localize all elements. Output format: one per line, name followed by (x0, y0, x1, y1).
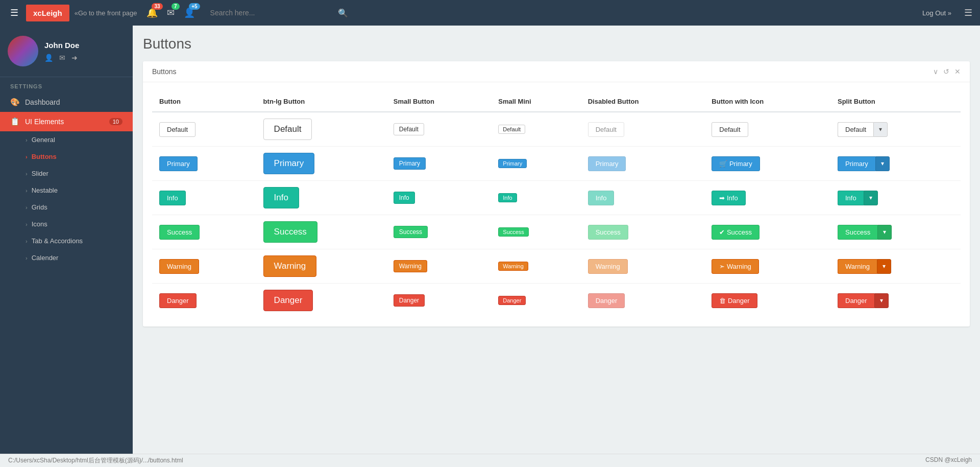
cell-default-mini: Default (491, 112, 580, 147)
notification-icon-wrap[interactable]: 🔔 33 (146, 7, 158, 18)
btn-default-split-main[interactable]: Default (838, 122, 873, 137)
logout-button[interactable]: Log Out (922, 9, 951, 17)
search-button[interactable]: 🔍 (338, 8, 348, 18)
cell-danger-mini: Danger (491, 284, 580, 318)
btn-danger-mini[interactable]: Danger (498, 296, 526, 305)
btn-info[interactable]: Info (159, 191, 186, 205)
sidebar-item-general[interactable]: › General (10, 131, 133, 148)
btn-warning-lg[interactable]: Warning (263, 255, 317, 277)
chevron-right-icon-tab: › (26, 238, 28, 244)
btn-success-sm[interactable]: Success (394, 226, 428, 238)
btn-info-icon[interactable]: ➡ Info (712, 191, 745, 205)
close-icon[interactable]: ✕ (954, 67, 961, 76)
btn-warning-icon[interactable]: ➣ Warning (712, 259, 759, 274)
btn-primary-split-caret[interactable]: ▾ (875, 156, 890, 171)
card-header-actions: ∨ ↺ ✕ (933, 67, 961, 76)
btn-info-lg[interactable]: Info (263, 187, 299, 208)
collapse-icon[interactable]: ∨ (933, 67, 938, 76)
card-body: Button btn-lg Button Small Button Small … (143, 82, 970, 326)
btn-default-sm[interactable]: Default (394, 123, 424, 135)
email-icon-wrap[interactable]: ✉ 7 (167, 7, 175, 18)
btn-primary-sm[interactable]: Primary (394, 157, 426, 170)
user-profile-icon[interactable]: 👤 (44, 54, 53, 62)
user-logout-icon[interactable]: ➜ (71, 54, 78, 62)
chevron-right-icon: › (26, 137, 28, 143)
btn-warning-sm[interactable]: Warning (394, 260, 427, 272)
btn-info-mini[interactable]: Info (498, 193, 517, 202)
col-header-split: Split Button (830, 91, 961, 112)
sidebar-submenu: › General › Buttons › Slider › Nestable … (0, 131, 133, 266)
btn-default-icon[interactable]: Default (712, 122, 748, 137)
sidebar-item-ui-elements[interactable]: 📋 UI Elements 10 (0, 112, 133, 131)
sidebar-item-icons[interactable]: › Icons (10, 216, 133, 232)
btn-danger-split-caret[interactable]: ▾ (874, 293, 889, 308)
btn-info-split-caret[interactable]: ▾ (864, 191, 878, 205)
sidebar-item-nestable[interactable]: › Nestable (10, 182, 133, 199)
sidebar-label-general: General (32, 136, 55, 144)
btn-warning[interactable]: Warning (159, 259, 199, 274)
cell-success-mini: Success (491, 215, 580, 249)
user-email-icon[interactable]: ✉ (59, 54, 65, 62)
btn-success-disabled: Success (588, 225, 628, 240)
sidebar-label-grids: Grids (32, 203, 47, 211)
col-header-btn-lg: btn-lg Button (256, 91, 386, 112)
cell-success-normal: Success (152, 215, 256, 249)
sidebar-item-calender[interactable]: › Calender (10, 249, 133, 266)
cell-warning-sm: Warning (386, 249, 492, 284)
btn-warning-split-main[interactable]: Warning (838, 259, 877, 274)
sidebar-item-buttons[interactable]: › Buttons (10, 148, 133, 165)
sidebar-label-icons: Icons (32, 220, 47, 228)
avatar (8, 36, 38, 66)
btn-primary-mini[interactable]: Primary (498, 159, 527, 168)
btn-success[interactable]: Success (159, 225, 200, 240)
user-icon-wrap[interactable]: 👤 +5 (184, 7, 195, 18)
right-menu-icon[interactable]: ☰ (964, 7, 972, 18)
sidebar-item-tab-accordions[interactable]: › Tab & Accordions (10, 232, 133, 249)
sidebar-item-slider[interactable]: › Slider (10, 165, 133, 182)
cell-info-mini: Info (491, 181, 580, 215)
sidebar-user-panel: John Doe 👤 ✉ ➜ (0, 26, 133, 77)
table-row: SuccessSuccessSuccessSuccessSuccess✔ Suc… (152, 215, 961, 249)
cell-danger-icon: 🗑 Danger (704, 284, 830, 318)
cell-info-normal: Info (152, 181, 256, 215)
btn-success-mini[interactable]: Success (498, 227, 529, 237)
sidebar-item-dashboard[interactable]: 🎨 Dashboard (0, 92, 133, 112)
btn-info-sm[interactable]: Info (394, 192, 415, 204)
btn-primary-lg[interactable]: Primary (263, 153, 315, 174)
split-btn-wrap-default: Default▾ (838, 122, 888, 137)
btn-warning-mini[interactable]: Warning (498, 262, 528, 271)
btn-success-lg[interactable]: Success (263, 221, 317, 243)
refresh-icon[interactable]: ↺ (943, 67, 949, 76)
btn-default-lg[interactable]: Default (263, 119, 312, 140)
sidebar-label-calender: Calender (32, 254, 59, 262)
btn-default-split-caret[interactable]: ▾ (873, 122, 888, 137)
btn-danger-icon[interactable]: 🗑 Danger (712, 293, 757, 308)
btn-default[interactable]: Default (159, 122, 195, 137)
btn-warning-split-caret[interactable]: ▾ (877, 259, 891, 274)
brand-logo[interactable]: xcLeigh (26, 5, 69, 21)
btn-info-split-main[interactable]: Info (838, 191, 864, 205)
hamburger-icon[interactable]: ☰ (8, 5, 21, 21)
btn-danger[interactable]: Danger (159, 293, 197, 308)
sidebar-item-grids[interactable]: › Grids (10, 199, 133, 216)
chevron-right-icon-buttons: › (26, 154, 28, 160)
btn-success-split-main[interactable]: Success (838, 225, 877, 240)
sidebar-label-ui-elements: UI Elements (25, 118, 64, 126)
btn-danger-sm[interactable]: Danger (394, 294, 425, 307)
btn-danger-split-main[interactable]: Danger (838, 293, 874, 308)
user-name: John Doe (44, 41, 79, 50)
split-btn-wrap-info: Info▾ (838, 191, 878, 205)
btn-danger-lg[interactable]: Danger (263, 290, 313, 311)
btn-success-split-caret[interactable]: ▾ (877, 225, 892, 240)
btn-primary[interactable]: Primary (159, 156, 198, 171)
nav-icon-group: 🔔 33 ✉ 7 👤 +5 (146, 7, 195, 18)
cell-success-sm: Success (386, 215, 492, 249)
btn-success-icon[interactable]: ✔ Success (712, 225, 760, 240)
btn-primary-icon[interactable]: 🛒 Primary (712, 156, 760, 171)
btn-default-mini[interactable]: Default (498, 125, 525, 134)
front-page-link[interactable]: Go to the front page (75, 9, 137, 17)
cell-success-lg: Success (256, 215, 386, 249)
btn-primary-split-main[interactable]: Primary (838, 156, 875, 171)
cell-warning-lg: Warning (256, 249, 386, 284)
search-input[interactable] (205, 6, 338, 20)
